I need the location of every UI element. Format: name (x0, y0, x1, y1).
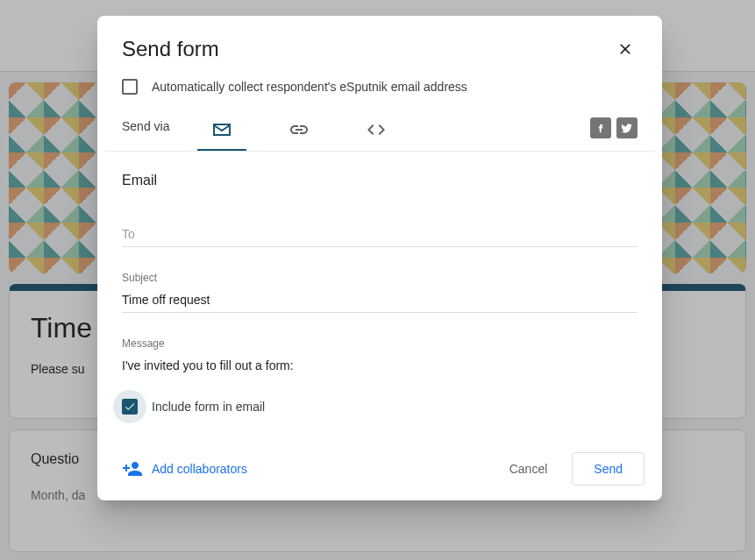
subject-label: Subject (122, 272, 637, 284)
facebook-icon (595, 122, 607, 134)
to-field[interactable] (122, 223, 637, 247)
send-via-label: Send via (122, 119, 169, 144)
email-heading: Email (122, 173, 637, 188)
close-button[interactable] (613, 37, 637, 65)
share-facebook-button[interactable] (590, 117, 611, 138)
twitter-icon (621, 122, 633, 134)
check-icon (124, 401, 136, 413)
tab-email[interactable] (197, 112, 246, 151)
link-icon (288, 119, 310, 140)
add-collaborators-button[interactable]: Add collaborators (115, 451, 254, 486)
tab-link[interactable] (274, 112, 324, 151)
tab-embed[interactable] (352, 112, 401, 151)
message-label: Message (122, 337, 637, 350)
subject-field[interactable] (122, 289, 637, 313)
email-icon (211, 119, 232, 140)
add-collaborators-label: Add collaborators (152, 462, 247, 476)
message-field[interactable] (122, 355, 637, 378)
close-icon (616, 40, 634, 58)
include-form-label: Include form in email (152, 400, 265, 414)
collect-email-checkbox[interactable] (122, 79, 138, 95)
modal-title: Send form (122, 37, 219, 61)
person-add-icon (122, 458, 143, 479)
send-button[interactable]: Send (572, 452, 645, 486)
send-form-modal: Send form Automatically collect responde… (97, 16, 662, 500)
include-form-checkbox[interactable] (122, 399, 138, 415)
collect-email-label: Automatically collect respondent's eSput… (152, 80, 467, 94)
cancel-button[interactable]: Cancel (499, 455, 559, 483)
embed-icon (366, 119, 387, 140)
share-twitter-button[interactable] (616, 117, 637, 138)
